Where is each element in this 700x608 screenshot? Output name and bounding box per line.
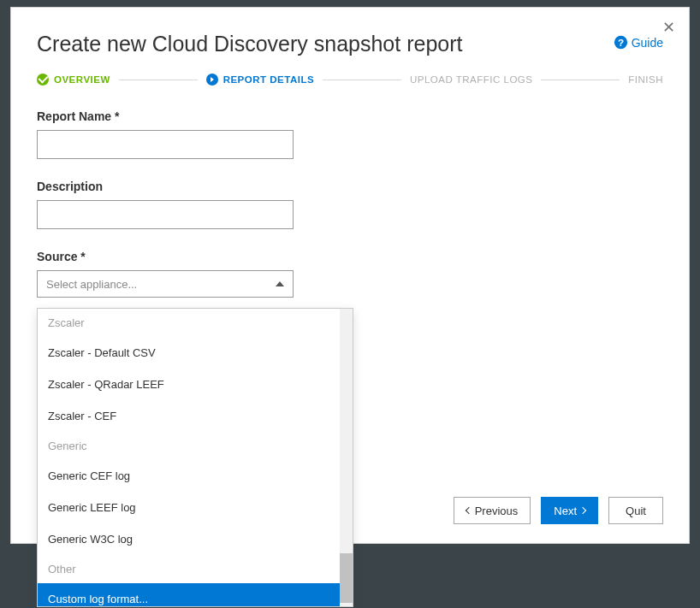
quit-button[interactable]: Quit	[608, 497, 663, 524]
report-name-label: Report Name *	[37, 109, 663, 123]
dropdown-group: Generic	[38, 432, 353, 460]
next-label: Next	[554, 505, 577, 517]
step-finish: FINISH	[628, 74, 663, 85]
check-icon	[37, 74, 49, 86]
dropdown-item-selected[interactable]: Custom log format...	[38, 583, 353, 606]
dropdown-item[interactable]: Zscaler - QRadar LEEF	[38, 369, 353, 400]
step-divider	[541, 80, 620, 80]
step-label: FINISH	[628, 74, 663, 85]
chevron-right-icon	[579, 507, 586, 514]
step-report-details[interactable]: REPORT DETAILS	[206, 74, 314, 86]
report-name-input[interactable]	[37, 130, 294, 159]
scrollbar-thumb[interactable]	[340, 553, 353, 603]
wizard-footer: Previous Next Quit	[454, 497, 663, 524]
source-label: Source *	[37, 250, 663, 263]
help-icon: ?	[614, 35, 628, 50]
modal-header: Create new Cloud Discovery snapshot repo…	[37, 32, 663, 56]
dropdown-group: Other	[38, 555, 353, 583]
step-upload-logs: UPLOAD TRAFFIC LOGS	[410, 74, 532, 85]
description-label: Description	[37, 180, 663, 193]
dropdown-item[interactable]: Zscaler - Default CSV	[38, 337, 353, 369]
modal-dialog: ✕ Create new Cloud Discovery snapshot re…	[10, 7, 690, 544]
step-label: REPORT DETAILS	[223, 74, 314, 85]
svg-text:?: ?	[618, 37, 624, 48]
description-input[interactable]	[37, 200, 294, 229]
step-divider	[119, 80, 198, 80]
dropdown-item[interactable]: Generic W3C log	[38, 523, 353, 555]
dropdown-item[interactable]: Generic LEEF log	[38, 492, 353, 523]
report-name-field: Report Name *	[37, 109, 663, 159]
source-placeholder: Select appliance...	[46, 278, 137, 291]
previous-label: Previous	[475, 505, 519, 517]
form: Report Name * Description Source * Selec…	[37, 109, 663, 298]
dropdown-group: Zscaler	[38, 309, 353, 337]
source-field: Source * Select appliance...	[37, 250, 663, 298]
wizard-stepper: OVERVIEW REPORT DETAILS UPLOAD TRAFFIC L…	[37, 74, 663, 86]
dropdown-item[interactable]: Zscaler - CEF	[38, 400, 353, 432]
step-label: OVERVIEW	[54, 74, 110, 85]
modal-title: Create new Cloud Discovery snapshot repo…	[37, 32, 462, 56]
previous-button[interactable]: Previous	[454, 497, 531, 524]
source-select[interactable]: Select appliance...	[37, 270, 294, 298]
guide-link[interactable]: ? Guide	[614, 35, 663, 50]
next-button[interactable]: Next	[541, 497, 598, 524]
step-overview[interactable]: OVERVIEW	[37, 74, 110, 86]
quit-label: Quit	[626, 505, 646, 517]
play-icon	[206, 74, 218, 86]
guide-label: Guide	[632, 36, 663, 50]
description-field: Description	[37, 180, 663, 229]
chevron-left-icon	[465, 507, 472, 514]
chevron-up-icon	[276, 281, 284, 286]
step-label: UPLOAD TRAFFIC LOGS	[410, 74, 532, 85]
close-button[interactable]: ✕	[662, 20, 675, 35]
step-divider	[323, 80, 401, 80]
scrollbar-track[interactable]	[340, 309, 353, 606]
dropdown-item[interactable]: Generic CEF log	[38, 460, 353, 492]
source-dropdown: Zscaler Zscaler - Default CSV Zscaler - …	[37, 308, 353, 607]
